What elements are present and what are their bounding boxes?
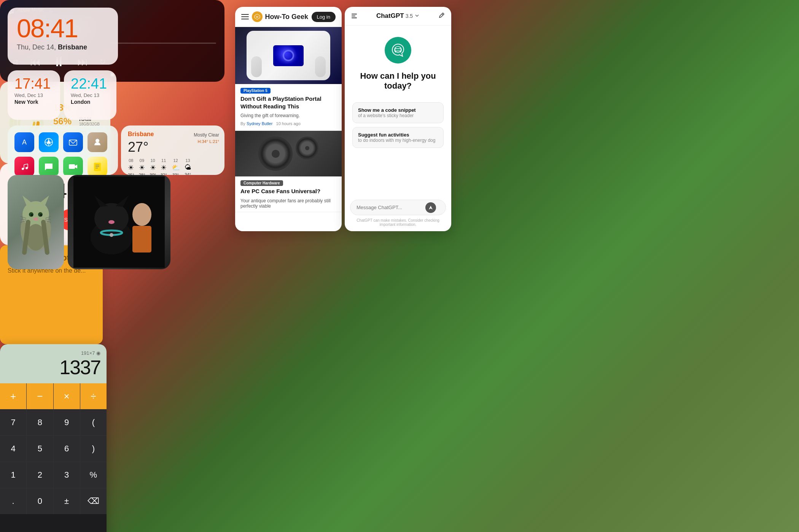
- htg-article-2-tag: Computer Hardware: [240, 180, 283, 186]
- calc-equation: 191×7 ◉: [6, 350, 100, 356]
- app-icon-contacts[interactable]: [88, 132, 107, 152]
- svg-marker-24: [22, 195, 32, 205]
- clock-main-time: 08:41: [17, 15, 109, 41]
- calc-btn-1[interactable]: 1: [0, 462, 26, 488]
- svg-point-29: [40, 214, 42, 216]
- weather-hour: 08 ☀ 25°: [128, 158, 134, 175]
- calc-btn-open-paren[interactable]: (: [80, 410, 107, 435]
- weather-hl: H:34° L:21°: [197, 139, 219, 144]
- clock-main-widget: 08:41 Thu, Dec 14, Brisbane: [8, 8, 118, 65]
- htg-article-1-image: [235, 27, 342, 84]
- weather-hour: 10 ☀ 30°: [150, 158, 156, 175]
- chatgpt-disclaimer: ChatGPT can make mistakes. Consider chec…: [345, 218, 451, 231]
- calc-btn-8[interactable]: 8: [27, 410, 53, 435]
- calc-btn-2[interactable]: 2: [27, 462, 53, 488]
- chatgpt-welcome: How can I help you today?: [352, 71, 444, 91]
- svg-rect-71: [352, 17, 357, 18]
- htg-logo-text: How-To Geek: [265, 13, 308, 21]
- calc-result: 1337: [6, 356, 100, 379]
- calc-btn-3[interactable]: 3: [54, 462, 80, 488]
- chatgpt-suggestion-1[interactable]: Show me a code snippet of a website's st…: [352, 102, 444, 123]
- calc-btn-decimal[interactable]: .: [0, 488, 26, 514]
- svg-point-73: [395, 46, 401, 52]
- weather-hour: 12 ⛅ 33°: [172, 158, 180, 175]
- weather-hour: 09 ☀ 28°: [139, 158, 145, 175]
- fan-large: [258, 137, 293, 171]
- chatgpt-suggestions: Show me a code snippet of a website's st…: [352, 102, 444, 148]
- calc-btn-7[interactable]: 7: [0, 410, 26, 435]
- calc-btn-subtract[interactable]: −: [27, 383, 53, 409]
- chatgpt-suggestion-1-title: Show me a code snippet: [358, 107, 438, 113]
- svg-point-44: [94, 203, 129, 233]
- photo-cat2: [68, 175, 170, 269]
- svg-point-30: [33, 218, 38, 221]
- clock-ny-widget: 17:41 Wed, Dec 13 New York: [8, 70, 60, 120]
- app-icon-mail[interactable]: [63, 132, 83, 152]
- clock-london-city: London: [71, 99, 110, 105]
- htg-article-2-desc: Your antique computer fans are probably …: [235, 198, 342, 212]
- chatgpt-suggestion-2-title: Suggest fun activities: [358, 132, 438, 138]
- svg-point-51: [108, 220, 115, 224]
- calc-btn-add[interactable]: +: [0, 383, 26, 409]
- chatgpt-sidebar-icon[interactable]: [351, 13, 358, 19]
- svg-rect-70: [352, 16, 355, 16]
- calc-btn-6[interactable]: 6: [54, 436, 80, 462]
- weather-hour: 13 🌤 34°: [185, 158, 191, 175]
- calc-buttons: + − × ÷ 7 8 9 ( 4 5 6 ) 1 2 3 % . 0 ± ⌫: [0, 383, 107, 514]
- weather-temp: 27°: [128, 139, 148, 155]
- htg-logo: H How-To Geek: [252, 11, 308, 22]
- clock-ny-date: Wed, Dec 13: [14, 92, 53, 98]
- htg-header: H How-To Geek Log in: [235, 7, 342, 27]
- chatgpt-edit-icon[interactable]: [438, 13, 445, 19]
- clock-ny-city: New York: [14, 99, 53, 105]
- chatgpt-header: ChatGPT 3.5: [345, 7, 451, 25]
- svg-point-53: [110, 233, 113, 237]
- htg-article-2[interactable]: Computer Hardware Are PC Case Fans Unive…: [235, 131, 342, 212]
- htg-logo-icon: H: [252, 11, 263, 22]
- htg-menu-button[interactable]: [241, 14, 249, 19]
- htg-article-1-meta: By Sydney Butler 10 hours ago: [235, 121, 342, 130]
- ps5-portal-device: [247, 31, 330, 80]
- fan-small-hub: [304, 145, 310, 151]
- app-icon-appstore[interactable]: A: [14, 132, 34, 152]
- app-icon-safari[interactable]: [39, 132, 59, 152]
- svg-point-8: [25, 167, 28, 169]
- fan-hub: [271, 149, 280, 159]
- app-icon-messages[interactable]: [39, 157, 59, 175]
- calc-btn-0[interactable]: 0: [27, 488, 53, 514]
- app-icon-music[interactable]: [14, 157, 34, 175]
- svg-marker-25: [40, 195, 49, 205]
- calc-btn-plusminus[interactable]: ±: [54, 488, 80, 514]
- calc-btn-close-paren[interactable]: ): [80, 436, 107, 462]
- svg-rect-69: [352, 14, 357, 14]
- chatgpt-send-button[interactable]: [425, 202, 436, 213]
- htg-article-1-desc: Giving the gift of forewarning.: [235, 113, 342, 121]
- chatgpt-suggestion-2-sub: to do indoors with my high-energy dog: [358, 138, 438, 143]
- ps5-handle-right: [315, 56, 326, 77]
- fans-container: [253, 133, 324, 175]
- calc-btn-divide[interactable]: ÷: [80, 383, 107, 409]
- calc-btn-5[interactable]: 5: [27, 436, 53, 462]
- calc-btn-4[interactable]: 4: [0, 436, 26, 462]
- svg-rect-12: [69, 164, 75, 169]
- clock-london-time: 22:41: [71, 76, 110, 91]
- clock-main-date: Thu, Dec 14, Brisbane: [17, 43, 109, 51]
- calc-btn-backspace[interactable]: ⌫: [80, 488, 107, 514]
- clock-ny-time: 17:41: [14, 76, 53, 91]
- calc-btn-percent[interactable]: %: [80, 462, 107, 488]
- app-icon-notes[interactable]: [88, 157, 107, 175]
- ps5-ring: [283, 50, 294, 61]
- chatgpt-input-wrapper: [345, 200, 451, 218]
- svg-rect-42: [132, 226, 151, 253]
- htg-article-1[interactable]: PlayStation 5 Don't Gift a PlayStation P…: [235, 27, 342, 131]
- svg-text:A: A: [22, 138, 27, 146]
- app-icon-facetime[interactable]: [63, 157, 83, 175]
- weather-description: Mostly Clear: [194, 132, 219, 138]
- calc-btn-9[interactable]: 9: [54, 410, 80, 435]
- svg-line-11: [24, 164, 28, 165]
- htg-login-button[interactable]: Log in: [312, 12, 336, 22]
- svg-point-6: [95, 139, 99, 143]
- calc-btn-multiply[interactable]: ×: [54, 383, 80, 409]
- chatgpt-suggestion-2[interactable]: Suggest fun activities to do indoors wit…: [352, 127, 444, 148]
- chatgpt-version-chevron-icon[interactable]: [414, 13, 420, 19]
